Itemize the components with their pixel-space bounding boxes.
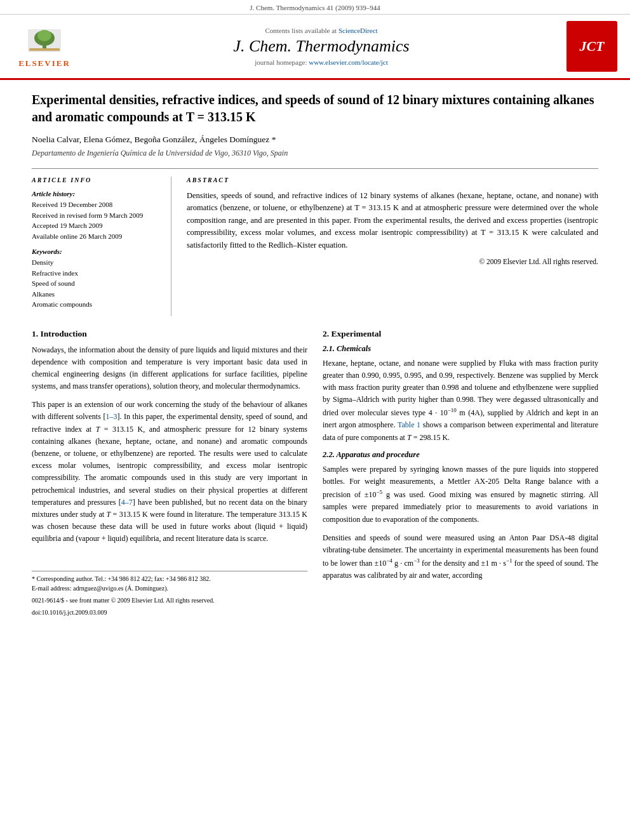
subsection2-1-title: 2.1. Chemicals	[323, 344, 598, 354]
section1-title: 1. Introduction	[32, 329, 307, 339]
homepage-prefix: journal homepage:	[255, 58, 307, 66]
citation-bar: J. Chem. Thermodynamics 41 (2009) 939–94…	[0, 0, 630, 15]
contents-prefix: Contents lists available at	[265, 27, 337, 34]
elsevier-label: ELSEVIER	[18, 58, 70, 69]
introduction-column: 1. Introduction Nowadays, the informatio…	[32, 329, 307, 616]
jct-label: JCT	[579, 38, 604, 55]
license-section: 0021-9614/$ - see front matter © 2009 El…	[32, 597, 307, 616]
accepted-date: Accepted 19 March 2009	[32, 220, 161, 231]
article-info-panel: Article Info Article history: Received 1…	[32, 177, 171, 316]
journal-homepage: journal homepage: www.elsevier.com/locat…	[76, 58, 566, 66]
ref4-7-link[interactable]: 4–7	[121, 498, 133, 507]
table1-link[interactable]: Table 1	[398, 420, 420, 429]
intro-para1: Nowadays, the information about the dens…	[32, 344, 307, 393]
revised-date: Received in revised form 9 March 2009	[32, 210, 161, 221]
intro-para2: This paper is an extension of our work c…	[32, 399, 307, 545]
sciencedirect-link[interactable]: ScienceDirect	[338, 27, 378, 34]
ref1-3-link[interactable]: 1–3	[105, 412, 117, 421]
keywords-list: Density Refractive index Speed of sound …	[32, 257, 161, 310]
article-info-abstract-section: Article Info Article history: Received 1…	[32, 168, 598, 316]
authors: Noelia Calvar, Elena Gómez, Begoña Gonzá…	[32, 135, 598, 145]
journal-header-center: Contents lists available at ScienceDirec…	[76, 27, 566, 66]
keyword-speed: Speed of sound	[32, 278, 161, 289]
license-text: 0021-9614/$ - see front matter © 2009 El…	[32, 597, 307, 604]
body-section: 1. Introduction Nowadays, the informatio…	[32, 329, 598, 616]
svg-rect-4	[29, 48, 60, 51]
keywords-heading: Keywords:	[32, 248, 161, 255]
abstract-text: Densities, speeds of sound, and refracti…	[187, 190, 598, 251]
corresponding-author: * Corresponding author. Tel.: +34 986 81…	[32, 575, 307, 582]
contents-link: Contents lists available at ScienceDirec…	[76, 27, 566, 34]
email-address: E-mail address: adrnguez@uvigo.es (Á. Do…	[32, 585, 307, 592]
jct-logo: JCT	[566, 21, 617, 72]
citation-text: J. Chem. Thermodynamics 41 (2009) 939–94…	[250, 4, 380, 11]
keyword-alkanes: Alkanes	[32, 289, 161, 300]
apparatus-text1: Samples were prepared by syringing known…	[323, 463, 598, 526]
keyword-refractive: Refractive index	[32, 268, 161, 279]
article-footer: * Corresponding author. Tel.: +34 986 81…	[32, 571, 307, 616]
online-date: Available online 26 March 2009	[32, 231, 161, 242]
homepage-link[interactable]: www.elsevier.com/locate/jct	[309, 58, 388, 66]
keyword-aromatic: Aromatic compounds	[32, 299, 161, 310]
history-heading: Article history:	[32, 190, 161, 197]
experimental-column: 2. Experimental 2.1. Chemicals Hexane, h…	[323, 329, 598, 616]
received-date: Received 19 December 2008	[32, 199, 161, 210]
keyword-density: Density	[32, 257, 161, 268]
keywords-section: Keywords: Density Refractive index Speed…	[32, 248, 161, 310]
elsevier-symbol-icon	[22, 24, 67, 55]
article-title: Experimental densities, refractive indic…	[32, 91, 598, 126]
elsevier-logo: ELSEVIER	[13, 24, 76, 69]
affiliation: Departamento de Ingeniería Química de la…	[32, 149, 598, 158]
footer-border: * Corresponding author. Tel.: +34 986 81…	[32, 571, 307, 592]
svg-point-3	[37, 30, 51, 41]
copyright: © 2009 Elsevier Ltd. All rights reserved…	[187, 258, 598, 265]
doi-text: doi:10.1016/j.jct.2009.03.009	[32, 609, 307, 616]
abstract-panel: Abstract Densities, speeds of sound, and…	[187, 177, 598, 316]
abstract-heading: Abstract	[187, 177, 598, 183]
chemicals-text: Hexane, heptane, octane, and nonane were…	[323, 357, 598, 444]
article-info-heading: Article Info	[32, 177, 161, 183]
journal-name: J. Chem. Thermodynamics	[76, 37, 566, 56]
journal-header: ELSEVIER Contents lists available at Sci…	[0, 15, 630, 80]
section2-title: 2. Experimental	[323, 329, 598, 339]
subsection2-2-title: 2.2. Apparatus and procedure	[323, 450, 598, 460]
apparatus-text2: Densities and speeds of sound were measu…	[323, 532, 598, 582]
main-content: Experimental densities, refractive indic…	[0, 80, 630, 635]
article-history: Article history: Received 19 December 20…	[32, 190, 161, 241]
